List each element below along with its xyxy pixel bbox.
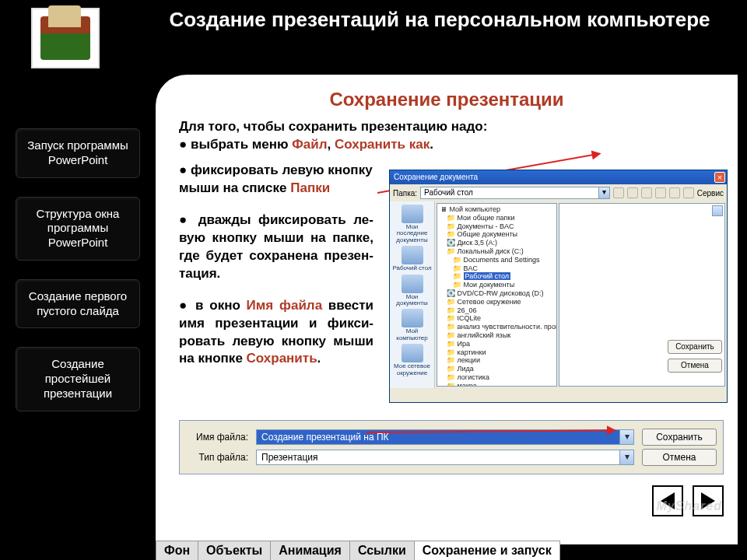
close-icon[interactable]: × [714,172,725,183]
views-icon[interactable] [683,187,694,198]
toolbar-service[interactable]: Сервис [697,189,724,198]
b1-sep: , [328,137,335,152]
b1-saveas: Сохранить как [335,137,430,152]
place-desktop[interactable]: Рабочий стол [392,246,433,271]
page-title: Создание презентаций на персональном ком… [148,8,731,32]
explain-column: ● фиксировать левую кнопку мыши на списк… [179,162,374,382]
folder-combo-value: Рабочий стол [424,188,473,197]
folder-label: Папка: [393,189,417,198]
sidebar-item-simple-presentation[interactable]: Создание простейшей презентации [16,347,140,411]
tree-item[interactable]: Документы - BAC [439,222,555,231]
intro-line: Для того, чтобы сохранить презентацию на… [179,119,487,134]
save-dialog-buttons: Сохранить Отмена [668,340,722,373]
place-mydocs[interactable]: Мои документы [392,275,433,307]
tree-item[interactable]: Рабочий стол [439,272,555,281]
tab-0[interactable]: Фон [156,541,198,560]
filename-label: Имя файла: [186,432,248,443]
watermark: MyShared [657,499,722,513]
tree-item[interactable]: ICQLite [439,314,555,323]
b3: ● дважды фиксировать ле- вую кнопку мыши… [179,212,374,283]
tree-item[interactable]: DVD/CD-RW дисковод (D:) [439,289,555,298]
place-mycomputer[interactable]: Мой компьютер [392,309,433,341]
b2-red: Папки [290,180,330,195]
sidebar: Запуск программы PowerPoint Структура ок… [16,128,140,430]
save-dialog-toolbar: Папка: Рабочий стол ▾ Сервис [390,184,727,201]
filetype-value: Презентация [261,452,318,463]
tree-item[interactable]: Мои документы [439,281,555,289]
tree-item[interactable]: Ира [439,340,555,348]
cancel-button[interactable]: Отмена [642,449,717,466]
chevron-down-icon[interactable]: ▾ [598,187,609,198]
tree-item[interactable]: лекции [439,356,555,365]
tab-4[interactable]: Сохранение и запуск [414,541,560,560]
sidebar-item-first-slide[interactable]: Создание первого пустого слайда [16,279,140,329]
tree-item[interactable]: Лида [439,365,555,373]
tree-item[interactable]: 26_06 [439,306,555,315]
tab-1[interactable]: Объекты [198,541,271,560]
intro-text: Для того, чтобы сохранить презентацию на… [156,118,738,154]
place-recent[interactable]: Мои последние документы [392,205,433,243]
folder-tree[interactable]: Мой компьютерМои общие папкиДокументы - … [437,203,557,387]
b1-end: . [430,137,433,152]
dialog-save-button[interactable]: Сохранить [668,340,722,354]
tree-item[interactable]: Диск 3,5 (A:) [439,239,555,247]
sidebar-item-launch[interactable]: Запуск программы PowerPoint [16,128,140,178]
b4-red1: Имя файла [247,298,323,313]
filetype-label: Тип файла: [186,452,248,463]
places-bar: Мои последние документы Рабочий стол Мои… [390,201,435,388]
new-folder-icon[interactable] [669,187,680,198]
file-name-bar: Имя файла: Создание презентаций на ПК ▾ … [179,420,724,474]
b4-prefix: ● в окно [179,298,247,313]
b4-end: . [317,351,321,366]
place-network[interactable]: Мое сетевое окружение [392,344,433,376]
list-chevron-down-icon[interactable] [712,205,723,216]
content-area: Сохранение презентации Для того, чтобы с… [156,75,738,544]
tree-item[interactable]: Локальный диск (C:) [439,247,555,256]
save-button[interactable]: Сохранить [642,429,717,446]
save-dialog-titlebar: Сохранение документа × [390,170,727,184]
tab-2[interactable]: Анимация [270,541,350,560]
tree-item[interactable]: Общие документы [439,230,555,239]
filetype-input[interactable]: Презентация ▾ [256,450,634,465]
back-icon[interactable] [613,187,624,198]
tree-item[interactable]: логистика [439,373,555,382]
section-title: Сохранение презентации [156,89,738,110]
bottom-tabs: ФонОбъектыАнимацияСсылкиСохранение и зап… [156,538,560,560]
tree-item[interactable]: картинки [439,348,555,357]
chevron-down-icon[interactable]: ▾ [619,450,633,464]
tree-item[interactable]: Мой компьютер [439,205,555,214]
b1-file: Файл [292,137,327,152]
tree-item[interactable]: английский язык [439,331,555,340]
logo-image [40,16,90,60]
tab-3[interactable]: Ссылки [349,541,415,560]
chevron-down-icon[interactable]: ▾ [619,430,633,444]
tree-item[interactable]: Documents and Settings [439,256,555,264]
up-icon[interactable] [627,187,638,198]
logo [31,8,100,68]
tree-item[interactable]: BAC [439,264,555,273]
tree-item[interactable]: макра [439,382,555,387]
delete-icon[interactable] [655,187,666,198]
b1-prefix: ● выбрать меню [179,137,292,152]
save-dialog: Сохранение документа × Папка: Рабочий ст… [389,170,728,403]
folder-combo[interactable]: Рабочий стол ▾ [420,187,610,199]
b4-red2: Сохранить [247,351,317,366]
save-dialog-title: Сохранение документа [394,173,478,181]
tree-item[interactable]: Мои общие папки [439,214,555,222]
filename-value: Создание презентаций на ПК [261,432,389,443]
b2-prefix: ● фиксировать левую кнопку мыши на списк… [179,163,373,195]
tree-item[interactable]: анализ чувствительности. провер... [439,323,555,331]
search-icon[interactable] [641,187,652,198]
tree-item[interactable]: Сетевое окружение [439,298,555,306]
dialog-cancel-button[interactable]: Отмена [668,359,722,373]
sidebar-item-window-structure[interactable]: Структура окна программы PowerPoint [16,197,140,261]
